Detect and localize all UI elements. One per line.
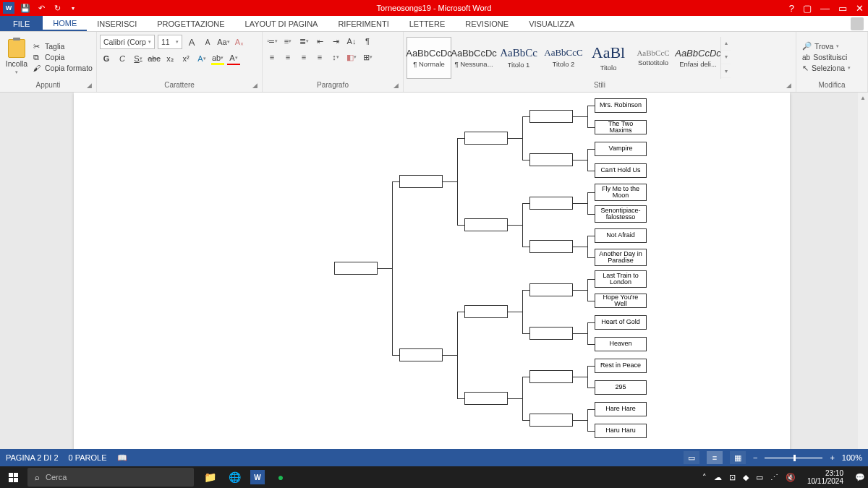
bracket-entry: Heart of Gold <box>595 315 647 330</box>
volume-icon[interactable]: 🔇 <box>786 473 796 482</box>
tab-layout[interactable]: LAYOUT DI PAGINA <box>235 16 328 31</box>
tray-icon[interactable]: ◆ <box>743 473 749 482</box>
qat-customize-icon[interactable]: ▾ <box>68 3 78 13</box>
scroll-up-icon[interactable]: ▲ <box>858 93 868 103</box>
increase-indent-button[interactable]: ⇥ <box>329 35 342 48</box>
bold-button[interactable]: G <box>100 52 113 65</box>
style-titolo[interactable]: AaBlTitolo <box>586 37 631 79</box>
highlight-button[interactable]: ab▾ <box>211 52 224 65</box>
copy-button[interactable]: ⧉Copia <box>33 53 93 61</box>
tab-revisione[interactable]: REVISIONE <box>455 16 519 31</box>
font-color-button[interactable]: A▾ <box>227 52 240 65</box>
tab-inserisci[interactable]: INSERISCI <box>87 16 147 31</box>
zoom-slider[interactable] <box>765 457 822 459</box>
close-button[interactable]: ✕ <box>856 3 864 14</box>
wifi-icon[interactable]: ⋰ <box>770 473 778 482</box>
select-button[interactable]: ↖Seleziona▾ <box>802 64 861 72</box>
spellcheck-icon[interactable]: 📖 <box>117 453 127 463</box>
numbering-button[interactable]: ≡▾ <box>281 35 294 48</box>
dialog-launcher-icon[interactable]: ◢ <box>786 82 791 89</box>
zoom-level[interactable]: 100% <box>842 453 862 462</box>
style-titolo2[interactable]: AaBbCcCTitolo 2 <box>541 37 586 79</box>
tab-progettazione[interactable]: PROGETTAZIONE <box>147 16 234 31</box>
format-painter-button[interactable]: 🖌Copia formato <box>33 64 93 72</box>
italic-button[interactable]: C <box>116 52 129 65</box>
underline-button[interactable]: S▾ <box>132 52 145 65</box>
dialog-launcher-icon[interactable]: ◢ <box>252 82 258 89</box>
replace-button[interactable]: abSostituisci <box>802 53 861 61</box>
redo-icon[interactable]: ↻ <box>52 3 62 13</box>
style-titolo1[interactable]: AaBbCcTitolo 1 <box>496 37 541 79</box>
text-effects-button[interactable]: A▾ <box>195 52 208 65</box>
word-taskbar-icon[interactable]: W <box>250 470 265 484</box>
word-icon: W <box>3 2 14 14</box>
chrome-icon[interactable]: 🌐 <box>226 468 243 486</box>
borders-button[interactable]: ⊞▾ <box>361 51 374 64</box>
clock[interactable]: 23:10 10/11/2024 <box>803 469 848 485</box>
subscript-button[interactable]: x₂ <box>163 52 176 65</box>
tab-file[interactable]: FILE <box>0 16 43 31</box>
word-count[interactable]: 0 PAROLE <box>69 453 107 462</box>
style-nessuna[interactable]: AaBbCcDc¶ Nessuna... <box>451 37 496 79</box>
web-layout-button[interactable]: ▦ <box>730 451 746 464</box>
grow-font-button[interactable]: A <box>185 35 198 48</box>
style-enfasi[interactable]: AaBbCcDcEnfasi deli... <box>676 37 720 79</box>
clear-format-button[interactable]: Aₓ <box>233 35 246 48</box>
align-right-button[interactable]: ≡ <box>297 51 310 64</box>
taskbar-search[interactable]: ⌕ Cerca <box>27 468 194 487</box>
dialog-launcher-icon[interactable]: ◢ <box>393 82 399 89</box>
battery-icon[interactable]: ▭ <box>756 473 763 482</box>
tab-home[interactable]: HOME <box>43 16 87 31</box>
minimize-button[interactable]: — <box>820 3 830 14</box>
page-indicator[interactable]: PAGINA 2 DI 2 <box>6 453 59 462</box>
bracket-connector <box>573 377 587 377</box>
tab-lettere[interactable]: LETTERE <box>399 16 456 31</box>
zoom-out-button[interactable]: − <box>753 453 757 462</box>
sort-button[interactable]: A↓ <box>345 35 358 48</box>
superscript-button[interactable]: x² <box>179 52 192 65</box>
tray-icon[interactable]: ⊡ <box>729 473 736 482</box>
style-sottotitolo[interactable]: AaBbCcCSottotitolo <box>631 37 676 79</box>
paste-button[interactable]: Incolla ▾ <box>3 33 30 80</box>
justify-button[interactable]: ≡ <box>313 51 326 64</box>
print-layout-button[interactable]: ≡ <box>707 451 723 464</box>
font-name-combo[interactable]: Calibri (Corp▾ <box>100 35 155 49</box>
ribbon-display-button[interactable]: ▢ <box>803 3 812 14</box>
shading-button[interactable]: ◧▾ <box>345 51 358 64</box>
restore-button[interactable]: ▭ <box>838 3 847 14</box>
shrink-font-button[interactable]: A <box>201 35 214 48</box>
style-normale[interactable]: AaBbCcDc¶ Normale <box>407 37 451 79</box>
line-spacing-button[interactable]: ↕▾ <box>329 51 342 64</box>
styles-scroll[interactable]: ▴▾▾ <box>720 37 731 79</box>
account-avatar[interactable] <box>851 17 864 30</box>
cut-button[interactable]: ✂Taglia <box>33 42 93 51</box>
tab-riferimenti[interactable]: RIFERIMENTI <box>328 16 399 31</box>
strikethrough-button[interactable]: abc <box>148 52 161 65</box>
save-icon[interactable]: 💾 <box>20 3 30 13</box>
document-area[interactable]: Mrs. RobinsonThe Two MaximsVampireCan't … <box>0 93 868 449</box>
start-button[interactable] <box>0 466 26 488</box>
align-left-button[interactable]: ≡ <box>265 51 278 64</box>
zoom-in-button[interactable]: + <box>830 453 834 462</box>
file-explorer-icon[interactable]: 📁 <box>201 468 218 486</box>
change-case-button[interactable]: Aa▾ <box>217 35 230 48</box>
copy-icon: ⧉ <box>33 53 42 61</box>
page[interactable]: Mrs. RobinsonThe Two MaximsVampireCan't … <box>74 93 790 449</box>
show-marks-button[interactable]: ¶ <box>361 35 374 48</box>
onedrive-icon[interactable]: ☁ <box>714 473 722 482</box>
notifications-icon[interactable]: 💬 <box>855 473 865 482</box>
dialog-launcher-icon[interactable]: ◢ <box>87 82 92 89</box>
spotify-icon[interactable]: ● <box>272 468 289 486</box>
tab-visualizza[interactable]: VISUALIZZA <box>519 16 584 31</box>
align-center-button[interactable]: ≡ <box>281 51 294 64</box>
undo-icon[interactable]: ↶ <box>36 3 46 13</box>
font-size-combo[interactable]: 11▾ <box>158 35 182 49</box>
find-button[interactable]: 🔎Trova▾ <box>802 41 861 51</box>
decrease-indent-button[interactable]: ⇤ <box>313 35 326 48</box>
help-button[interactable]: ? <box>789 3 794 14</box>
read-mode-button[interactable]: ▭ <box>684 451 699 464</box>
bullets-button[interactable]: ≔▾ <box>265 35 278 48</box>
vertical-scrollbar[interactable]: ▲ <box>858 93 868 449</box>
tray-chevron-icon[interactable]: ˄ <box>702 473 707 482</box>
multilevel-button[interactable]: ≣▾ <box>297 35 310 48</box>
